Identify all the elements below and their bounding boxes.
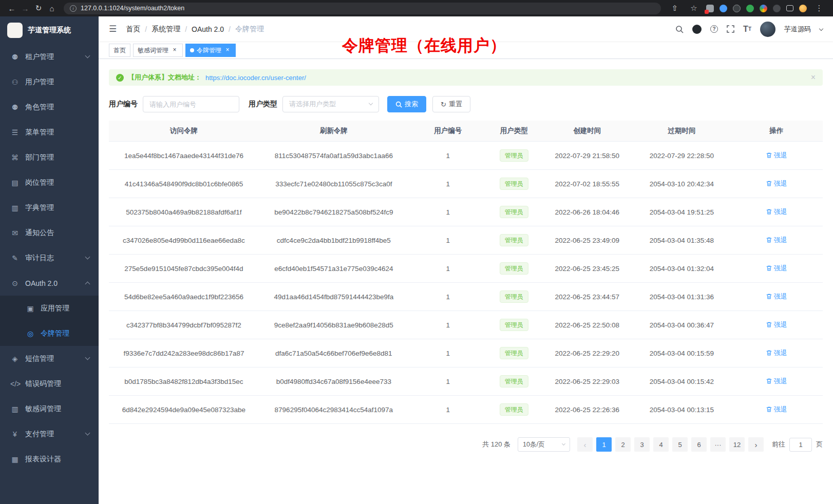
- extension-icon[interactable]: [760, 5, 767, 12]
- sensitive-word-icon: ▥: [10, 405, 20, 413]
- token-table: 访问令牌 刷新令牌 用户编号 用户类型 创建时间 过期时间 操作 1ea5e44…: [109, 121, 823, 424]
- page-number[interactable]: ···: [710, 437, 726, 452]
- force-logout-button[interactable]: 强退: [766, 179, 787, 188]
- sidebar-item-oauth2-app[interactable]: ▣ 应用管理: [0, 296, 99, 321]
- sidebar-item-pay[interactable]: ¥ 支付管理: [0, 421, 99, 447]
- browser-profile-avatar[interactable]: [799, 5, 807, 12]
- total-count: 共 120 条: [482, 440, 510, 449]
- page-number[interactable]: 3: [634, 437, 650, 452]
- user-id-cell: 1: [409, 198, 487, 226]
- access-token-cell: 6d842e2924594de9a09e45e087323abe: [109, 396, 259, 424]
- tab[interactable]: 敏感词管理 ×: [133, 44, 183, 57]
- force-logout-button[interactable]: 强退: [766, 207, 787, 217]
- user-id-input[interactable]: [143, 96, 239, 112]
- tab-close-icon[interactable]: ×: [224, 47, 231, 54]
- force-logout-button[interactable]: 强退: [766, 236, 787, 245]
- alert-close-icon[interactable]: ×: [811, 73, 816, 82]
- page-number[interactable]: 6: [691, 437, 707, 452]
- sidebar-item-role[interactable]: ⚉ 角色管理: [0, 94, 99, 120]
- user-type-cell: 管理员: [487, 367, 541, 396]
- user-type-cell: 管理员: [487, 198, 541, 226]
- oauth-bubble-icon: ⊙: [10, 279, 20, 287]
- tab[interactable]: 令牌管理 ×: [185, 44, 236, 57]
- main-area: ☰ 首页/系统管理/OAuth 2.0/令牌管理 ? TT 芋道源码 首页: [99, 16, 833, 504]
- prev-page-button[interactable]: ‹: [577, 437, 593, 452]
- page-number[interactable]: 12: [729, 437, 745, 452]
- force-logout-button[interactable]: 强退: [766, 151, 787, 160]
- font-size-icon[interactable]: TT: [743, 25, 751, 34]
- alert-link[interactable]: https://doc.iocoder.cn/user-center/: [205, 74, 306, 82]
- created-time-cell: 2022-06-25 23:45:25: [541, 255, 634, 283]
- sidebar-item-oauth2-token[interactable]: ◎ 令牌管理: [0, 321, 99, 346]
- site-info-icon[interactable]: i: [70, 5, 77, 12]
- page-number[interactable]: 5: [672, 437, 688, 452]
- filter-form: 用户编号 用户类型 请选择用户类型 搜索 ↻ 重置: [109, 96, 823, 112]
- sidebar-item-sensitive[interactable]: ▥ 敏感词管理: [0, 396, 99, 421]
- user-type-select[interactable]: 请选择用户类型: [282, 96, 379, 112]
- extension-puzzle-icon[interactable]: [706, 5, 714, 12]
- github-icon[interactable]: [692, 25, 702, 34]
- chevron-down-icon: [562, 441, 565, 445]
- sidebar-item-sms[interactable]: ◈ 短信管理: [0, 346, 99, 371]
- side-panel-icon[interactable]: [786, 5, 793, 11]
- reset-button[interactable]: ↻ 重置: [432, 96, 470, 112]
- sidebar-item-notice[interactable]: ✉ 通知公告: [0, 220, 99, 245]
- page-number[interactable]: 4: [653, 437, 669, 452]
- force-logout-button[interactable]: 强退: [766, 320, 787, 329]
- table-row: 6d842e2924594de9a09e45e087323abe 8796295…: [109, 396, 823, 424]
- sidebar-item-report[interactable]: ▦ 报表设计器: [0, 447, 99, 472]
- chevron-down-icon[interactable]: [819, 26, 823, 30]
- bookmark-star-icon[interactable]: ☆: [687, 4, 701, 13]
- sidebar-item-menu[interactable]: ☰ 菜单管理: [0, 120, 99, 145]
- goto-page-input[interactable]: [789, 438, 812, 452]
- reload-icon[interactable]: ↻: [32, 4, 45, 13]
- user-type-cell: 管理员: [487, 283, 541, 311]
- extension-icon[interactable]: [773, 5, 781, 12]
- user-avatar[interactable]: [760, 22, 775, 37]
- action-cell: 强退: [730, 311, 823, 339]
- force-logout-button[interactable]: 强退: [766, 377, 787, 386]
- force-logout-button[interactable]: 强退: [766, 405, 787, 414]
- menu-dots-icon[interactable]: ⋮: [812, 4, 826, 13]
- url-bar[interactable]: i 127.0.0.1:1024/system/oauth2/token: [64, 3, 661, 14]
- extension-icon[interactable]: [746, 5, 754, 12]
- expire-time-cell: 2054-03-10 20:42:34: [634, 170, 730, 198]
- sidebar-item-dict[interactable]: ▥ 字典管理: [0, 195, 99, 220]
- chrome-toolbar: ⇧ ☆ ⋮: [666, 4, 828, 13]
- sidebar-item-tenant[interactable]: ⚉ 租户管理: [0, 44, 99, 69]
- breadcrumb-item[interactable]: 系统管理: [152, 25, 180, 34]
- sidebar-item-errcode[interactable]: </> 错误码管理: [0, 371, 99, 396]
- force-logout-button[interactable]: 强退: [766, 264, 787, 273]
- share-icon[interactable]: ⇧: [668, 4, 681, 13]
- tab[interactable]: 首页: [109, 44, 130, 57]
- help-icon[interactable]: ?: [710, 25, 718, 33]
- tab-close-icon[interactable]: ×: [171, 47, 178, 54]
- hamburger-icon[interactable]: ☰: [109, 24, 117, 34]
- sidebar-item-user[interactable]: ⚇ 用户管理: [0, 69, 99, 94]
- page-number[interactable]: 2: [615, 437, 631, 452]
- forward-icon[interactable]: →: [18, 4, 32, 13]
- next-page-button[interactable]: ›: [748, 437, 764, 452]
- username[interactable]: 芋道源码: [784, 25, 811, 34]
- sidebar-item-post[interactable]: ▤ 岗位管理: [0, 170, 99, 195]
- extension-icon[interactable]: [733, 5, 741, 12]
- sidebar-item-oauth2[interactable]: ⊙ OAuth 2.0: [0, 270, 99, 296]
- force-logout-button[interactable]: 强退: [766, 292, 787, 301]
- fullscreen-icon[interactable]: [727, 25, 734, 33]
- force-logout-button[interactable]: 强退: [766, 348, 787, 358]
- breadcrumb-item[interactable]: OAuth 2.0: [192, 25, 224, 33]
- extension-icon[interactable]: [720, 5, 727, 12]
- breadcrumb-item[interactable]: 首页: [126, 25, 140, 34]
- page-number[interactable]: 1: [596, 437, 612, 452]
- search-icon[interactable]: [675, 25, 684, 33]
- page-size-select[interactable]: 10条/页: [518, 437, 570, 452]
- sidebar-item-audit[interactable]: ✎ 审计日志: [0, 245, 99, 270]
- search-button[interactable]: 搜索: [387, 96, 426, 112]
- expire-time-cell: 2054-03-04 01:35:48: [634, 226, 730, 255]
- back-icon[interactable]: ←: [5, 4, 18, 13]
- sidebar-item-dept[interactable]: ⌘ 部门管理: [0, 145, 99, 170]
- home-icon[interactable]: ⌂: [45, 4, 59, 13]
- page-content: ✓ 【用户体系】文档地址： https://doc.iocoder.cn/use…: [99, 59, 833, 504]
- action-cell: 强退: [730, 283, 823, 311]
- app-logo[interactable]: 芋道管理系统: [0, 16, 99, 44]
